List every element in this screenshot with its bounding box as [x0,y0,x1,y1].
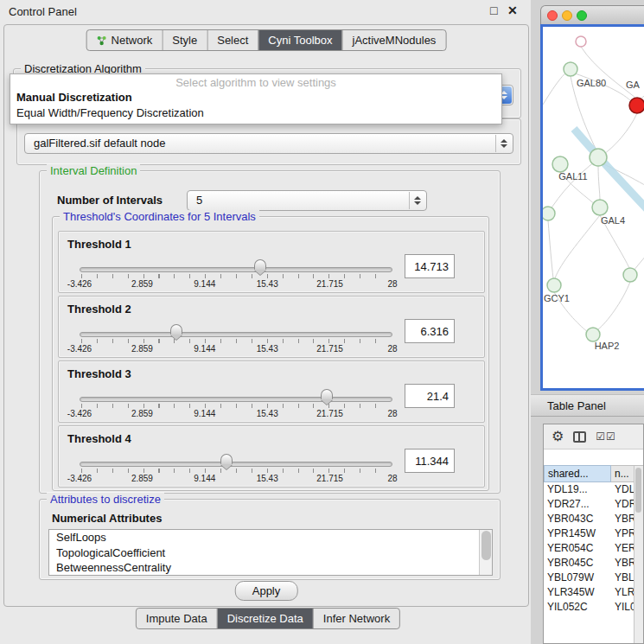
slider-ticks [81,339,391,343]
tab-label: Cyni Toolbox [268,34,332,47]
network-window-titlebar[interactable] [540,5,644,24]
table-row[interactable]: YDL19... YDL19... [544,482,643,497]
list-item[interactable]: BetweennessCentrality [49,560,492,576]
table-row[interactable]: YLR345W YLR345W [544,585,643,600]
network-node-selected[interactable] [629,98,644,113]
slider-track[interactable] [80,397,392,402]
slider-thumb[interactable] [321,389,333,399]
gear-icon[interactable]: ⚙ [552,430,564,443]
close-button[interactable]: ✕ [507,3,518,17]
tab-network[interactable]: Network [87,30,163,50]
dropdown-option-manual[interactable]: Manual Discretization [10,90,501,105]
threshold-3-slider[interactable]: -3.426 2.859 9.144 15.43 21.715 28 [80,387,392,420]
algorithm-dropdown-popup: Select algorithm to view settings Manual… [10,73,502,124]
num-intervals-select[interactable]: 5 [187,190,427,211]
column-selector-icon[interactable] [573,431,586,443]
table-row[interactable]: YIL052C YIL052C [544,600,643,615]
tab-label: Infer Network [323,612,390,625]
table-data-select[interactable]: galFiltered.sif default node [24,133,513,154]
tab-label: Style [172,34,197,47]
scrollbar-thumb[interactable] [635,468,641,513]
slider-thumb[interactable] [254,259,266,270]
thresholds-coordinates-group: Threshold's Coordinates for 5 Intervals … [52,216,489,491]
tick-label: 28 [387,344,397,354]
tick-label: -3.426 [67,409,92,418]
slider-track[interactable] [80,332,392,337]
table-row[interactable]: YER054C YER054C [544,541,643,556]
interval-definition-group: Interval Definition Number of Intervals … [39,170,501,494]
slider-track[interactable] [80,462,392,467]
threshold-4-box: Threshold 4 -3.426 2.859 9.144 15.43 21.… [58,425,485,488]
table-cell: YDR27... [544,497,611,512]
combo-arrows-icon [409,192,425,209]
network-node[interactable] [547,278,561,292]
table-panel-window: ⚙ ☑☑ shared... n... YDL19... YDL19... YD… [543,424,644,644]
tick-label: 2.859 [131,279,153,289]
tab-impute-data[interactable]: Impute Data [137,609,217,628]
table-scrollbar[interactable] [634,466,643,643]
network-node[interactable] [576,36,586,47]
combo-arrows-icon [495,135,512,152]
tab-select[interactable]: Select [207,30,258,50]
list-scrollbar[interactable] [479,530,492,575]
network-node[interactable] [586,328,600,341]
dropdown-option-equal-width[interactable]: Equal Width/Frequency Discretization [10,105,501,121]
table-row[interactable]: YBR043C YBR043C [544,512,643,526]
node-label: GAL80 [577,78,606,88]
threshold-2-slider[interactable]: -3.426 2.859 9.144 15.43 21.715 28 [80,322,392,355]
slider-tick-labels: -3.426 2.859 9.144 15.43 21.715 28 [80,344,392,354]
network-node[interactable] [623,268,637,282]
numerical-attributes-heading: Numerical Attributes [52,512,162,525]
threshold-2-value-input[interactable]: 6.316 [405,319,455,343]
minimize-button[interactable]: □ [490,3,497,17]
slider-thumb[interactable] [170,324,182,335]
zoom-traffic-light[interactable] [577,10,587,21]
slider-track[interactable] [80,267,392,272]
tick-label: 2.859 [131,474,153,483]
table-row[interactable]: YBL079W YBL079W [544,571,643,585]
scrollbar-thumb[interactable] [481,531,491,560]
threshold-4-value-input[interactable]: 11.344 [405,449,455,473]
network-node[interactable] [564,62,577,76]
tab-cyni-toolbox[interactable]: Cyni Toolbox [258,30,341,50]
tick-label: 9.144 [194,344,215,354]
tick-label: 15.43 [257,474,278,483]
network-view-window: GAL80 GA GAL11 GAL4 GCY1 HAP2 [540,5,644,391]
slider-ticks [81,469,391,473]
threshold-label: Threshold 4 [67,432,131,445]
group-title: Interval Definition [47,164,140,177]
slider-thumb[interactable] [220,454,233,464]
tab-jactivemnodules[interactable]: jActiveMNodules [342,30,446,50]
tab-style[interactable]: Style [162,30,207,50]
threshold-1-value-input[interactable]: 14.713 [405,254,455,278]
checkbox-icon[interactable]: ☑☑ [596,430,616,443]
table-row[interactable]: YDR27... YDR27... [544,497,643,512]
list-item[interactable]: TopologicalCoefficient [49,545,492,561]
table-cell: YBR043C [544,512,611,526]
minimize-traffic-light[interactable] [562,10,572,21]
column-header-shared-name[interactable]: shared... [544,465,611,482]
tab-label: Discretize Data [227,612,303,625]
node-label: GCY1 [544,293,570,303]
network-node[interactable] [590,149,607,166]
table-cell: YIL052C [544,600,611,615]
close-traffic-light[interactable] [547,10,558,21]
control-panel-window: Control Panel □ ✕ Network Style Select [0,0,536,644]
table-row[interactable]: YBR045C YBR045C [544,556,643,571]
network-node[interactable] [543,207,555,220]
network-node[interactable] [552,156,568,172]
threshold-1-slider[interactable]: -3.426 2.859 9.144 15.43 21.715 28 [80,258,392,290]
list-item[interactable]: SelfLoops [49,530,492,545]
network-canvas[interactable]: GAL80 GA GAL11 GAL4 GCY1 HAP2 [543,27,644,388]
network-graph[interactable]: GAL80 GA GAL11 GAL4 GCY1 HAP2 [543,27,644,388]
table-header-row: shared... n... [544,465,643,482]
table-spacer [544,450,643,465]
table-row[interactable]: YPR145W YPR145W [544,526,643,541]
threshold-3-value-input[interactable]: 21.4 [405,384,455,408]
tick-label: -3.426 [67,344,92,354]
apply-button[interactable]: Apply [235,581,298,601]
tab-infer-network[interactable]: Infer Network [313,609,399,628]
threshold-4-slider[interactable]: -3.426 2.859 9.144 15.43 21.715 28 [80,452,392,485]
tab-discretize-data[interactable]: Discretize Data [217,609,313,628]
network-node[interactable] [592,200,608,215]
